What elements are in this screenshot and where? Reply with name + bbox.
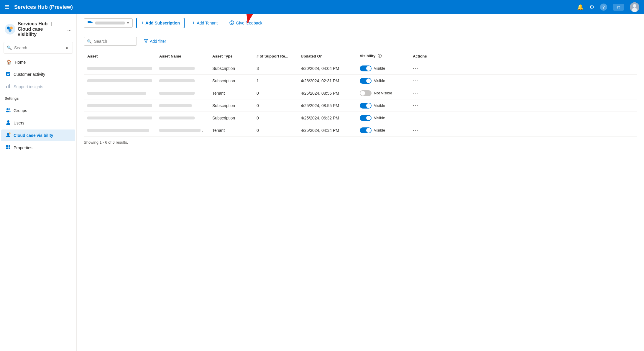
visibility-toggle[interactable] (360, 90, 372, 96)
action-menu-button[interactable]: ··· (413, 78, 419, 83)
cell-asset-type: Tenant (209, 124, 253, 137)
visibility-info-icon[interactable]: ⓘ (378, 54, 382, 58)
visibility-label: Visible (374, 116, 385, 120)
svg-rect-26 (9, 147, 10, 149)
action-menu-button[interactable]: ··· (413, 65, 419, 71)
help-icon[interactable]: ? (600, 4, 607, 11)
sidebar-item-users[interactable]: Users (1, 117, 75, 129)
sidebar-item-home[interactable]: 🏠 Home (1, 56, 75, 68)
svg-point-20 (6, 135, 10, 137)
svg-rect-8 (7, 73, 10, 73)
more-options-btn[interactable]: ... (67, 26, 72, 32)
add-subscription-button[interactable]: + Add Subscription (136, 18, 185, 28)
collapse-btn[interactable]: « (65, 44, 70, 52)
col-header-asset-name: Asset Name (156, 50, 209, 62)
add-tenant-button[interactable]: + Add Tenant (188, 18, 222, 28)
cell-asset-type: Subscription (209, 112, 253, 124)
cell-asset (84, 99, 156, 112)
cell-asset-name (156, 112, 209, 124)
add-tenant-label: Add Tenant (197, 21, 218, 25)
cell-asset (84, 112, 156, 124)
breadcrumb-sep: | (51, 21, 52, 26)
table-row: Subscription34/30/2024, 04:04 PM Visible… (84, 62, 637, 75)
topbar-left: ☰ Services Hub (Preview) (5, 4, 73, 10)
visibility-toggle[interactable] (360, 65, 372, 71)
data-table: Asset Asset Name Asset Type # of Support… (84, 50, 637, 137)
sidebar: Services Hub | Cloud case visibility ...… (0, 14, 77, 351)
visibility-toggle[interactable] (360, 103, 372, 109)
svg-point-6 (9, 29, 12, 32)
cell-support-count: 3 (253, 62, 297, 75)
cloud-dropdown-icon (88, 20, 93, 26)
visibility-toggle[interactable] (360, 78, 372, 84)
cell-asset-type: Subscription (209, 99, 253, 112)
cell-visibility: Visible (356, 62, 409, 75)
notification-icon[interactable]: 🔔 (577, 4, 584, 10)
table-row: Subscription14/26/2024, 02:31 PM Visible… (84, 75, 637, 87)
visibility-toggle[interactable] (360, 127, 372, 133)
settings-section-label: Settings (0, 93, 76, 102)
col-header-support-requests: # of Support Re... (253, 50, 297, 62)
give-feedback-label: Give feedback (236, 21, 262, 25)
sidebar-header: Services Hub | Cloud case visibility ... (0, 17, 76, 40)
avatar (630, 2, 639, 12)
cell-asset-name (156, 75, 209, 87)
cell-actions: ··· (409, 112, 637, 124)
toolbar: ▾ + Add Subscription + Add Tenant Give f… (77, 14, 644, 32)
sidebar-item-groups[interactable]: Groups (1, 105, 75, 117)
col-header-asset: Asset (84, 50, 156, 62)
add-subscription-label: Add Subscription (145, 21, 180, 25)
settings-icon[interactable]: ⚙ (589, 4, 594, 10)
cell-asset (84, 62, 156, 75)
sidebar-item-groups-label: Groups (14, 108, 27, 113)
cell-asset (84, 124, 156, 137)
subscription-dropdown[interactable]: ▾ (84, 18, 133, 28)
svg-rect-7 (6, 72, 10, 76)
add-filter-button[interactable]: Add filter (140, 37, 170, 46)
add-tenant-plus-icon: + (192, 20, 195, 26)
filter-icon (144, 39, 148, 44)
sidebar-item-customer-activity[interactable]: Customer activity (1, 68, 75, 80)
svg-point-18 (6, 123, 10, 125)
sidebar-search-wrapper: 🔍 « (4, 42, 73, 54)
action-menu-button[interactable]: ··· (413, 102, 419, 108)
sidebar-search-input[interactable] (14, 45, 62, 50)
topbar-right: 🔔 ⚙ ? @ (577, 2, 639, 12)
svg-rect-9 (7, 74, 9, 75)
give-feedback-button[interactable]: Give feedback (225, 18, 267, 28)
groups-icon (6, 108, 11, 114)
cell-asset-name (156, 62, 209, 75)
topbar-title: Services Hub (Preview) (14, 4, 73, 10)
sidebar-item-customer-activity-label: Customer activity (14, 72, 45, 77)
visibility-toggle[interactable] (360, 115, 372, 121)
hamburger-icon[interactable]: ☰ (5, 4, 9, 10)
action-menu-button[interactable]: ··· (413, 90, 419, 96)
svg-rect-25 (6, 147, 8, 149)
sidebar-item-support-insights[interactable]: Support insights (1, 81, 75, 93)
table-header-row: Asset Asset Name Asset Type # of Support… (84, 50, 637, 62)
add-subscription-plus-icon: + (141, 20, 144, 26)
hub-title: Services Hub (18, 21, 47, 26)
dropdown-value-placeholder (95, 22, 125, 24)
table-search-input[interactable] (94, 39, 129, 44)
page-breadcrumb: Services Hub | Cloud case visibility (18, 21, 63, 37)
cell-support-count: 1 (253, 75, 297, 87)
cell-asset-name: . (156, 124, 209, 137)
action-menu-button[interactable]: ··· (413, 115, 419, 121)
feedback-icon (229, 20, 234, 26)
svg-point-4 (7, 27, 10, 29)
svg-point-13 (6, 108, 8, 110)
topbar-email[interactable]: @ (613, 4, 624, 11)
svg-rect-12 (9, 84, 10, 88)
filter-row: 🔍 Add filter (84, 37, 637, 46)
sidebar-item-users-label: Users (14, 121, 24, 125)
cell-updated-on: 4/30/2024, 04:04 PM (297, 62, 356, 75)
sidebar-item-properties[interactable]: Properties (1, 142, 75, 154)
svg-text:★: ★ (9, 132, 11, 134)
sidebar-item-cloud-case-visibility[interactable]: ★ Cloud case visibility (1, 129, 75, 141)
action-menu-button[interactable]: ··· (413, 127, 419, 133)
svg-rect-10 (6, 86, 7, 88)
visibility-label: Visible (374, 128, 385, 132)
page-layout: Services Hub | Cloud case visibility ...… (0, 14, 644, 351)
cell-support-count: 0 (253, 87, 297, 99)
